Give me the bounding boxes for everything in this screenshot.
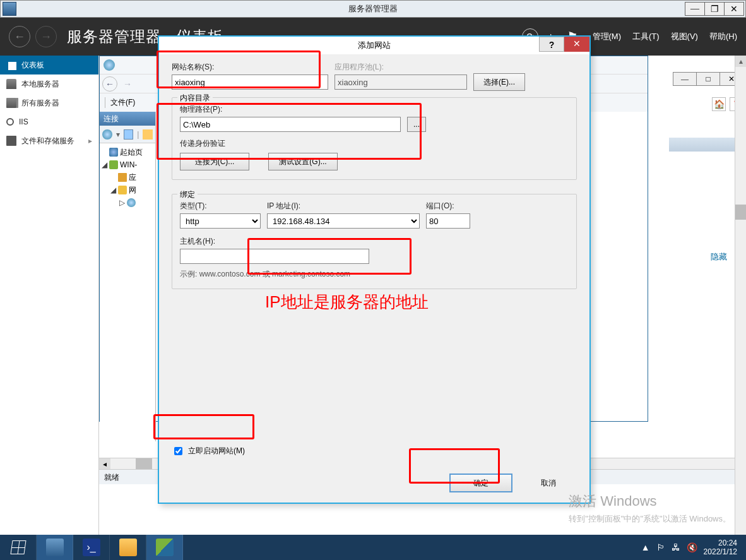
start-now-checkbox[interactable] [174, 447, 182, 455]
tray-flag-icon[interactable]: ▲ [641, 542, 650, 552]
tray-network-icon[interactable]: 🖧 [672, 542, 680, 552]
collapse-icon[interactable]: ◢ [101, 160, 107, 169]
content-directory-group: 内容目录 物理路径(P): ... 传递身份验证 连接为(C)... 测试设置(… [172, 97, 577, 180]
site-name-label: 网站名称(S): [172, 62, 328, 73]
taskbar-server-manager[interactable] [37, 535, 73, 560]
home-icon[interactable]: 🏠 [712, 97, 726, 111]
scroll-left-button[interactable]: ◂ [99, 458, 110, 469]
sidebar-item-all-servers[interactable]: 所有服务器 [0, 93, 98, 112]
sidebar-item-iis[interactable]: IIS [0, 112, 98, 131]
connections-toolbar: ▾ | [100, 126, 155, 143]
nav-back-button[interactable]: ← [9, 26, 30, 47]
ok-button[interactable]: 确定 [449, 474, 512, 492]
maximize-button[interactable]: ❐ [704, 2, 725, 16]
close-button[interactable]: ✕ [724, 2, 744, 16]
nav-forward-button: → [35, 26, 57, 47]
menu-tools[interactable]: 工具(T) [632, 31, 660, 42]
menu-help[interactable]: 帮助(H) [709, 31, 737, 42]
connections-header: 连接 [100, 112, 155, 126]
sidebar-item-local-server[interactable]: 本地服务器 [0, 74, 98, 93]
taskbar-iis-manager[interactable] [146, 535, 183, 560]
inner-max-button[interactable]: □ [696, 73, 719, 85]
collapse-icon[interactable]: ◢ [110, 186, 116, 194]
minimize-button[interactable]: — [685, 2, 705, 16]
tree-site-item[interactable]: ▷ [101, 196, 154, 209]
server-node-icon [109, 160, 118, 169]
inner-min-button[interactable]: — [673, 73, 696, 85]
host-name-input[interactable] [180, 249, 369, 264]
inner-window-controls: — □ ✕ [673, 72, 743, 86]
hide-link[interactable]: 隐藏 [711, 251, 727, 263]
menu-manage[interactable]: 管理(M) [593, 31, 622, 42]
tree-app-pools[interactable]: 应 [101, 171, 154, 184]
scrollbar-thumb[interactable] [735, 205, 746, 220]
dialog-help-button[interactable]: ? [539, 37, 564, 52]
tree-server[interactable]: ◢WIN- [101, 158, 154, 171]
tray-volume-icon[interactable]: 🔇 [687, 542, 697, 552]
port-input[interactable] [426, 213, 470, 229]
test-settings-button[interactable]: 测试设置(G)... [268, 153, 338, 170]
tree-start-page[interactable]: 起始页 [101, 146, 154, 158]
iis-back-button[interactable]: ← [102, 76, 117, 92]
outer-window-titlebar: 服务器管理器 — ❐ ✕ [0, 0, 746, 18]
annotation-start [153, 414, 254, 439]
type-label: 类型(T): [180, 201, 261, 211]
taskbar-explorer[interactable] [110, 535, 146, 560]
scrollbar-thumb[interactable] [136, 458, 152, 469]
browse-button[interactable]: ... [407, 117, 426, 132]
sidebar-item-file-storage[interactable]: 文件和存储服务▸ [0, 131, 98, 150]
tray-action-icon[interactable]: 🏳 [656, 542, 665, 552]
server-manager-icon [3, 2, 16, 16]
type-select[interactable]: http [180, 213, 261, 229]
physical-path-label: 物理路径(P): [180, 104, 569, 115]
save-icon[interactable] [124, 129, 134, 140]
binding-label: 绑定 [177, 189, 198, 200]
file-menu[interactable]: 文件(F) [105, 97, 135, 108]
dialog-titlebar[interactable]: 添加网站 ? ✕ [159, 37, 589, 54]
site-name-input[interactable] [172, 74, 328, 90]
physical-path-input[interactable] [180, 117, 401, 132]
sidebar-item-label: 文件和存储服务 [21, 136, 74, 146]
app-pool-label: 应用程序池(L): [335, 62, 467, 73]
tree-sites[interactable]: ◢网 [101, 184, 154, 196]
clock[interactable]: 20:24 2022/1/12 [704, 539, 737, 556]
start-button[interactable] [0, 535, 37, 560]
dialog-close-button[interactable]: ✕ [564, 37, 589, 52]
clock-date: 2022/1/12 [704, 547, 737, 556]
auth-label: 传递身份验证 [180, 138, 569, 149]
connections-panel: 连接 ▾ | 起始页 ◢WIN- 应 ◢网 ▷ [100, 112, 156, 441]
iis-icon [6, 118, 14, 126]
powershell-icon: ›_ [83, 539, 100, 556]
main-vertical-scrollbar[interactable]: ▴ ▾ [735, 56, 746, 559]
folder-icon[interactable] [143, 129, 153, 140]
app-pool-input [335, 74, 467, 90]
windows-logo-icon [10, 540, 26, 554]
sidebar-item-dashboard[interactable]: 仪表板 [0, 56, 98, 74]
connect-as-button[interactable]: 连接为(C)... [180, 153, 249, 170]
separator: | [137, 130, 139, 139]
sidebar-item-label: 本地服务器 [21, 79, 59, 90]
dialog-title: 添加网站 [358, 40, 391, 51]
ip-address-select[interactable]: 192.168.48.134 [267, 213, 420, 229]
outer-window-title: 服务器管理器 [348, 3, 398, 15]
ip-address-label: IP 地址(I): [267, 201, 420, 211]
start-now-label: 立即启动网站(M) [188, 446, 245, 456]
select-app-pool-button[interactable]: 选择(E)... [473, 73, 525, 91]
taskbar-powershell[interactable]: ›_ [73, 535, 110, 560]
cancel-button[interactable]: 取消 [520, 474, 577, 492]
expand-icon[interactable]: ▷ [119, 198, 125, 207]
dropdown-icon[interactable]: ▾ [116, 130, 120, 139]
clock-time: 20:24 [704, 539, 737, 547]
app-pool-icon [118, 173, 127, 182]
dashboard-icon [6, 60, 16, 70]
sites-icon [118, 186, 127, 194]
scroll-up-button[interactable]: ▴ [735, 56, 746, 67]
content-directory-label: 内容目录 [177, 93, 213, 104]
menu-view[interactable]: 视图(V) [671, 31, 698, 42]
iis-manager-icon [156, 539, 174, 556]
taskbar: ›_ ▲ 🏳 🖧 🔇 20:24 2022/1/12 [0, 535, 746, 560]
globe-icon[interactable] [102, 129, 112, 140]
add-website-dialog: 添加网站 ? ✕ 网站名称(S): 应用程序池(L): 选择(E).. [158, 35, 591, 504]
start-now-row[interactable]: 立即启动网站(M) [172, 445, 245, 457]
host-name-label: 主机名(H): [180, 236, 569, 247]
